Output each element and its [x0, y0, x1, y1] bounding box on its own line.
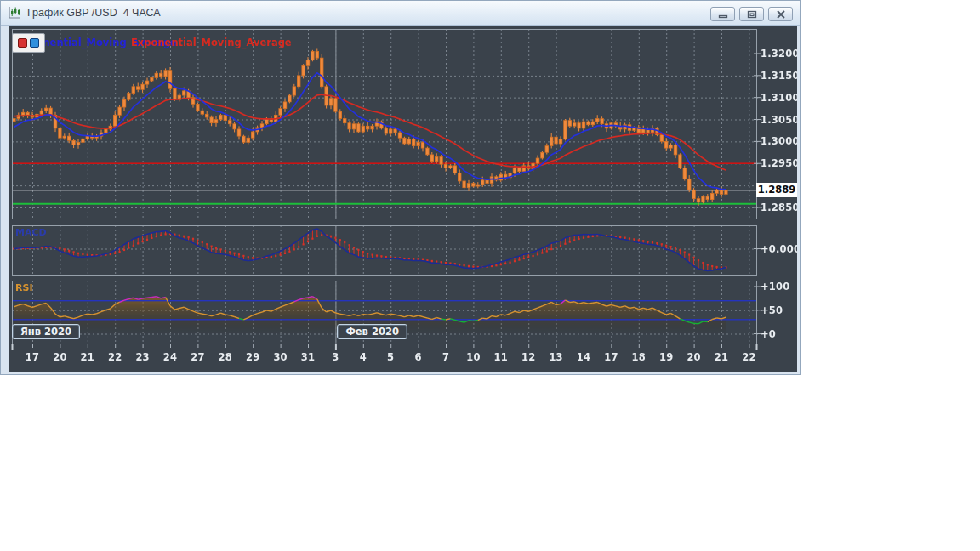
x-axis-label: 29: [241, 351, 265, 363]
macd-axis-label: +0.000: [761, 243, 797, 255]
legend-button-red[interactable]: [18, 38, 27, 48]
rsi-label: RSI: [15, 282, 33, 293]
x-axis-label: 4: [351, 351, 375, 363]
current-price-badge: 1.2889: [756, 183, 797, 197]
price-axis-label: 1.2950: [761, 157, 797, 169]
date-label: Янв 2020: [12, 324, 80, 339]
window-controls: [710, 7, 793, 21]
price-axis-label: 1.2850: [761, 202, 797, 213]
x-axis-label: 22: [103, 351, 127, 363]
legend-button-blue[interactable]: [30, 38, 39, 48]
price-axis-label: 1.3100: [761, 92, 797, 104]
x-axis-label: 12: [516, 351, 540, 363]
x-axis-label: 23: [131, 351, 155, 363]
x-axis-label: 18: [627, 351, 651, 363]
x-axis-label: 20: [48, 351, 71, 363]
x-axis-label: 28: [214, 351, 237, 363]
x-axis-label: 21: [76, 351, 100, 363]
x-axis-label: 11: [489, 351, 513, 363]
x-axis-label: 31: [296, 351, 320, 363]
chart-canvas[interactable]: [9, 26, 797, 372]
date-label: Фев 2020: [337, 324, 407, 339]
x-axis-label: 13: [544, 351, 568, 363]
x-axis-label: 5: [379, 351, 402, 363]
x-axis-label: 30: [269, 351, 293, 363]
window-title: График GBP /USD 4 ЧАСА: [27, 7, 161, 19]
x-axis-label: 21: [709, 351, 733, 363]
x-axis-label: 6: [407, 351, 430, 363]
legend-label-ema-slow: Exponential_Moving_Average: [131, 37, 292, 48]
x-axis-label: 10: [461, 351, 485, 363]
minimize-button[interactable]: [710, 7, 735, 21]
x-axis-label: 20: [682, 351, 706, 363]
rsi-axis-label: +50: [761, 304, 783, 316]
chart-client-area: Exponential_Moving_Average Exponential_M…: [9, 26, 797, 372]
x-axis-label: 19: [654, 351, 678, 363]
price-axis-label: 1.3200: [761, 48, 797, 60]
x-axis-label: 22: [737, 351, 761, 363]
chart-window: График GBP /USD 4 ЧАСА Exponential_Movin…: [0, 0, 801, 375]
x-axis-label: 17: [20, 351, 44, 363]
legend-buttons-panel: [12, 33, 45, 53]
rsi-axis-label: +0: [761, 328, 776, 340]
price-axis-label: 1.3000: [761, 135, 797, 147]
macd-label: MACD: [15, 227, 47, 238]
x-axis-label: 3: [323, 351, 347, 363]
x-axis-label: 27: [185, 351, 209, 363]
x-axis-label: 14: [572, 351, 595, 363]
x-axis-label: 17: [599, 351, 623, 363]
price-axis-label: 1.3050: [761, 114, 797, 126]
price-axis-label: 1.3150: [761, 70, 797, 82]
maximize-button[interactable]: [739, 7, 764, 21]
close-button[interactable]: [768, 7, 793, 21]
x-axis-label: 24: [158, 351, 182, 363]
rsi-axis-label: +100: [761, 281, 789, 293]
candlestick-chart-icon: [8, 6, 21, 20]
titlebar[interactable]: График GBP /USD 4 ЧАСА: [1, 1, 800, 26]
x-axis-label: 7: [434, 351, 458, 363]
